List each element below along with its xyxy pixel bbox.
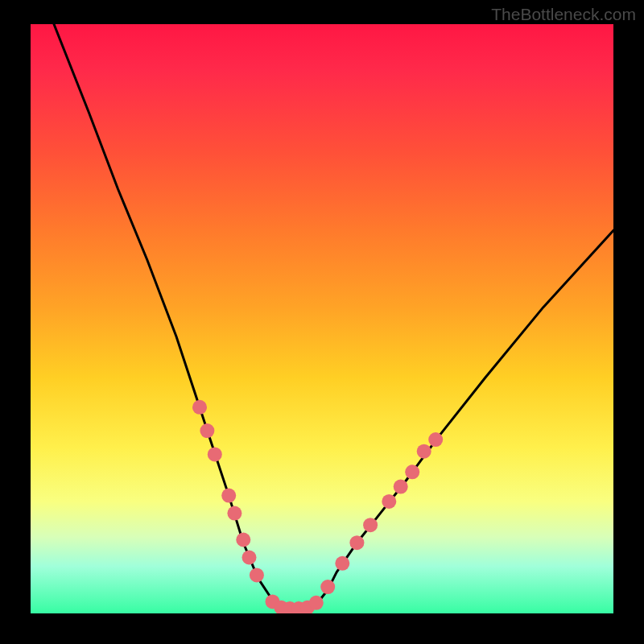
curve-marker [363,518,378,532]
curve-marker [394,480,408,494]
curve-marker [320,580,335,594]
curve-marker [227,506,242,521]
curve-marker [428,432,443,447]
curve-marker [335,556,349,571]
chart-plot-area [31,24,613,613]
curve-marker [405,464,419,479]
chart-frame: TheBottleneck.com [0,0,644,644]
curve-marker [236,533,250,547]
curve-marker [349,535,364,550]
chart-svg [31,24,613,613]
curve-marker [208,447,222,461]
curve-markers [192,400,443,613]
curve-marker [242,551,257,565]
bottleneck-curve [54,24,613,609]
curve-marker [221,489,236,503]
curve-marker [192,400,207,415]
curve-marker [309,596,324,610]
watermark-text: TheBottleneck.com [491,5,636,24]
curve-marker [382,494,396,509]
curve-marker [200,423,214,438]
curve-marker [417,444,431,459]
curve-marker [250,568,264,582]
